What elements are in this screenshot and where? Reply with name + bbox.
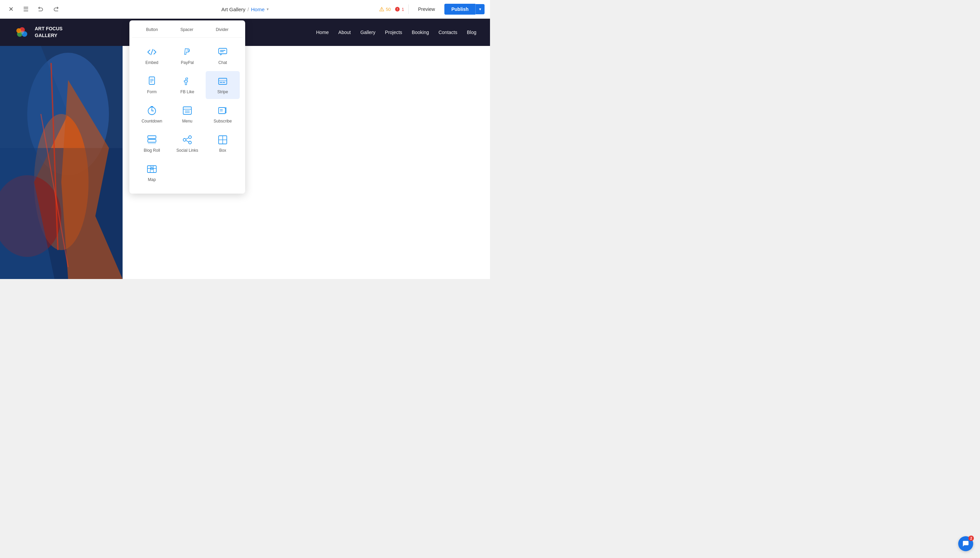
widget-item-paypal[interactable]: PayPal bbox=[170, 42, 204, 70]
publish-dropdown-button[interactable]: ▾ bbox=[475, 4, 484, 14]
widget-item-menu[interactable]: Menu bbox=[170, 100, 204, 128]
top-bar-left: ✕ ☰ bbox=[5, 4, 61, 15]
widget-item-subscribe[interactable]: Subscribe bbox=[206, 100, 240, 128]
menu-label: Menu bbox=[182, 119, 193, 123]
stripe-label: Stripe bbox=[217, 89, 228, 94]
publish-button[interactable]: Publish bbox=[445, 4, 475, 15]
stripe-icon bbox=[217, 76, 228, 87]
paypal-label: PayPal bbox=[181, 60, 194, 65]
subscribe-icon bbox=[217, 105, 228, 116]
widget-item-chat[interactable]: Chat bbox=[206, 42, 240, 70]
menu-button[interactable]: ☰ bbox=[20, 4, 31, 15]
svg-rect-39 bbox=[148, 140, 156, 142]
close-button[interactable]: ✕ bbox=[5, 4, 16, 15]
toolbar-separator bbox=[408, 5, 408, 14]
error-badge[interactable]: 1 bbox=[395, 7, 404, 12]
nav-link-projects[interactable]: Projects bbox=[385, 30, 402, 35]
widget-item-button[interactable]: Button bbox=[143, 26, 161, 33]
widget-item-fblike[interactable]: FB Like bbox=[170, 71, 204, 99]
svg-point-7 bbox=[20, 31, 24, 34]
blogroll-label: Blog Roll bbox=[144, 148, 160, 153]
countdown-label: Countdown bbox=[142, 119, 162, 123]
box-label: Box bbox=[219, 148, 226, 153]
widget-item-stripe[interactable]: Stripe bbox=[206, 71, 240, 99]
form-label: Form bbox=[147, 89, 156, 94]
breadcrumb-page[interactable]: Home bbox=[251, 7, 265, 12]
nav-link-home[interactable]: Home bbox=[316, 30, 329, 35]
nav-link-gallery[interactable]: Gallery bbox=[360, 30, 375, 35]
blogroll-icon bbox=[147, 135, 157, 145]
svg-rect-16 bbox=[219, 48, 227, 54]
countdown-icon bbox=[147, 105, 157, 116]
widget-item-map[interactable]: Map bbox=[135, 159, 169, 187]
embed-label: Embed bbox=[145, 60, 158, 65]
svg-point-50 bbox=[151, 168, 153, 170]
form-icon bbox=[147, 76, 157, 87]
sociallinks-icon bbox=[182, 135, 193, 145]
widget-item-sociallinks[interactable]: Social Links bbox=[170, 130, 204, 158]
svg-line-45 bbox=[186, 141, 189, 142]
nav-links: Home About Gallery Projects Booking Cont… bbox=[316, 30, 476, 35]
widget-item-box[interactable]: Box bbox=[206, 130, 240, 158]
svg-point-2 bbox=[397, 10, 398, 10]
warning-count: 50 bbox=[386, 7, 390, 12]
svg-point-41 bbox=[189, 136, 191, 138]
menu-icon bbox=[182, 105, 193, 116]
svg-line-15 bbox=[151, 49, 153, 55]
logo-text: ART FOCUS GALLERY bbox=[35, 26, 63, 39]
widget-item-spacer[interactable]: Spacer bbox=[177, 26, 197, 33]
nav-link-blog[interactable]: Blog bbox=[467, 30, 476, 35]
svg-rect-35 bbox=[219, 108, 226, 114]
preview-button[interactable]: Preview bbox=[413, 4, 441, 14]
widget-grid: Embed PayPal bbox=[132, 41, 242, 188]
widget-panel: Button Spacer Divider E bbox=[129, 20, 245, 194]
logo-icon bbox=[14, 24, 31, 41]
top-bar-right: 50 1 Preview Publish ▾ bbox=[379, 4, 484, 15]
breadcrumb-site[interactable]: Art Gallery bbox=[221, 7, 245, 12]
paypal-icon bbox=[182, 47, 193, 57]
box-icon bbox=[217, 135, 228, 145]
subscribe-label: Subscribe bbox=[214, 119, 232, 123]
svg-point-6 bbox=[16, 28, 21, 33]
svg-line-44 bbox=[186, 138, 189, 139]
svg-rect-31 bbox=[183, 107, 191, 114]
chat-label: Chat bbox=[218, 60, 227, 65]
publish-button-group: Publish ▾ bbox=[445, 4, 484, 15]
sociallinks-label: Social Links bbox=[176, 148, 198, 153]
svg-point-43 bbox=[189, 141, 191, 144]
svg-rect-24 bbox=[219, 80, 227, 81]
widget-item-embed[interactable]: Embed bbox=[135, 42, 169, 70]
nav-link-booking[interactable]: Booking bbox=[412, 30, 429, 35]
fblike-label: FB Like bbox=[181, 89, 194, 94]
warning-badge[interactable]: 50 bbox=[379, 7, 390, 12]
fblike-icon bbox=[182, 76, 193, 87]
widget-top-row: Button Spacer Divider bbox=[132, 26, 242, 38]
undo-button[interactable] bbox=[35, 4, 46, 15]
widget-item-blogroll[interactable]: Blog Roll bbox=[135, 130, 169, 158]
hero-image bbox=[0, 46, 123, 279]
site-preview: ART FOCUS GALLERY Home About Gallery Pro… bbox=[0, 19, 490, 279]
svg-rect-40 bbox=[148, 143, 156, 144]
top-bar: ✕ ☰ Art Gallery / Home ▾ 50 1 Preview Pu… bbox=[0, 0, 490, 19]
error-count: 1 bbox=[402, 7, 404, 12]
nav-link-contacts[interactable]: Contacts bbox=[438, 30, 457, 35]
svg-point-42 bbox=[183, 138, 186, 141]
widget-item-form[interactable]: Form bbox=[135, 71, 169, 99]
breadcrumb-separator: / bbox=[247, 7, 249, 12]
widget-item-countdown[interactable]: Countdown bbox=[135, 100, 169, 128]
map-label: Map bbox=[148, 177, 156, 182]
nav-link-about[interactable]: About bbox=[338, 30, 351, 35]
redo-button[interactable] bbox=[50, 4, 61, 15]
chat-icon bbox=[217, 47, 228, 57]
breadcrumb: Art Gallery / Home ▾ bbox=[221, 7, 268, 12]
svg-rect-38 bbox=[148, 136, 156, 138]
site-logo: ART FOCUS GALLERY bbox=[14, 24, 63, 41]
embed-icon bbox=[147, 47, 157, 57]
widget-item-divider[interactable]: Divider bbox=[212, 26, 232, 33]
breadcrumb-arrow-icon[interactable]: ▾ bbox=[267, 7, 268, 11]
map-icon bbox=[147, 164, 157, 174]
main-area: ART FOCUS GALLERY Home About Gallery Pro… bbox=[0, 19, 490, 279]
